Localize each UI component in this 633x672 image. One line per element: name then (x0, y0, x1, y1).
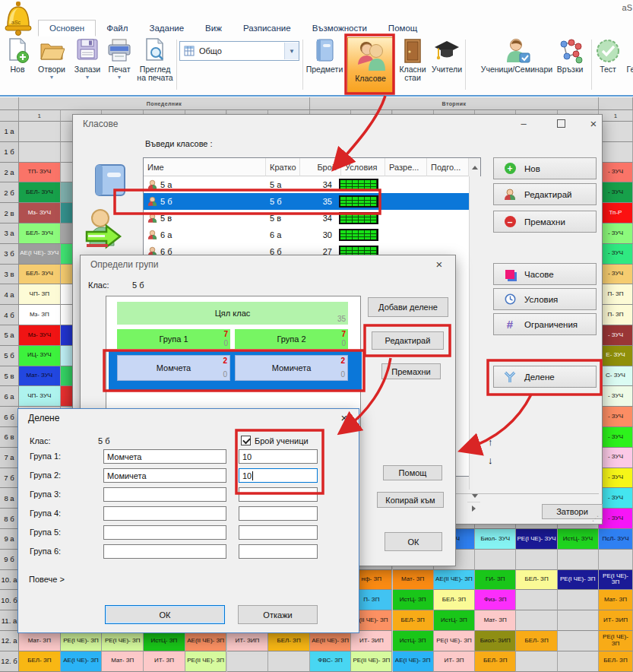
timetable-cell[interactable]: ФВС- ЗП (310, 651, 351, 672)
timetable-cell[interactable] (558, 631, 599, 651)
division-group-name-input-2[interactable]: Момичета (103, 468, 226, 483)
groups-dialog-titlebar[interactable]: Определи групи × (81, 255, 455, 274)
timetable-cell[interactable]: РЕ(I ЧЕ)- ЗП (61, 631, 103, 651)
timetable-cell[interactable]: БЕЛ- ЗП (434, 590, 475, 610)
remove-class-button[interactable]: – Премахни (493, 211, 597, 233)
division-group-count-input-6[interactable] (239, 544, 318, 559)
view-combobox[interactable]: Общо ▼ (179, 41, 299, 61)
timetable-cell[interactable]: РЕ(I ЧЕ)- ЗП (599, 570, 633, 591)
timetable-cell[interactable] (19, 142, 61, 163)
timetable-cell[interactable]: БЕЛ- ЗУЧ (19, 265, 61, 285)
vertical-scrollbar[interactable] (469, 176, 481, 490)
timetable-cell[interactable]: РЕ(I ЧЕ)- ЗП (102, 631, 144, 651)
row-label-6б[interactable]: 6 б (0, 407, 19, 427)
close-icon[interactable]: × (581, 115, 606, 132)
timetable-cell[interactable]: ТП- ЗУЧ (19, 163, 61, 183)
timetable-cell[interactable] (268, 651, 310, 672)
timetable-cell[interactable]: - ЗУЧ (599, 427, 633, 448)
timetable-cell[interactable]: - ЗУЧ (599, 407, 633, 427)
timetable-cell[interactable]: ИстЦ- ЗП (393, 590, 434, 610)
timetable-cell[interactable] (19, 122, 61, 142)
row-label-4а[interactable]: 4 а (0, 284, 19, 305)
timetable-cell[interactable]: БЕЛ- ЗУЧ (19, 223, 61, 244)
whole-class-bar[interactable]: Цял клас 35 (117, 302, 348, 325)
timetable-cell[interactable]: Мат- ЗП (599, 590, 633, 610)
row-label-4б[interactable]: 4 б (0, 305, 19, 325)
timetable-cell[interactable]: БЕЛ- ЗУЧ (19, 182, 61, 203)
row-label-12б[interactable]: 12. б (0, 651, 19, 672)
timetable-cell[interactable]: - ЗУЧ (599, 509, 633, 529)
timetable-cell[interactable]: АЕ(I ЧЕ)- ЗП (393, 651, 434, 672)
timetable-cell[interactable]: ИТ- ЗП (144, 651, 185, 672)
row-label-7а[interactable]: 7 а (0, 448, 19, 468)
timetable-cell[interactable]: РЕ(II ЧЕ)- ЗП (351, 651, 392, 672)
row-label-3в[interactable]: 3 в (0, 265, 19, 285)
timetable-cell[interactable]: - ЗУЧ (599, 448, 633, 468)
scroll-up-icon[interactable] (469, 158, 480, 176)
groups-ok-button[interactable]: ОК (385, 532, 442, 551)
timetable-cell[interactable]: Мз- ЗП (19, 305, 61, 325)
teachers-button[interactable]: Учители (430, 38, 464, 74)
links-button[interactable]: Връзки (552, 38, 588, 74)
timetable-cell[interactable] (558, 651, 599, 672)
timetable-cell[interactable] (558, 610, 599, 631)
subjects-button[interactable]: Предмети (304, 38, 345, 74)
edit-class-button[interactable]: Редактирай (493, 183, 597, 205)
timetable-cell[interactable]: БЕЛ- ЗП (19, 651, 61, 672)
conditions-button[interactable]: Условия (493, 288, 597, 310)
row-label-5б[interactable]: 5 б (0, 346, 19, 366)
help-button[interactable]: Помощ (383, 465, 442, 480)
timetable-cell[interactable] (558, 550, 599, 570)
timetable-cell[interactable]: ИстЦ- ЗП (393, 631, 434, 651)
division-group-name-input-4[interactable] (103, 506, 226, 521)
timetable-cell[interactable]: БЕЛ- ЗП (516, 631, 557, 651)
timetable-cell[interactable] (516, 550, 557, 570)
division-cancel-button[interactable]: Откажи (238, 605, 318, 624)
row-label-9а[interactable]: 9 а (0, 529, 19, 550)
column-header-allowed[interactable]: Разре... (385, 158, 427, 176)
timetable-cell[interactable]: ИстЦ- ЗУЧ (558, 529, 599, 550)
timetable-cell[interactable]: ИЦ- ЗУЧ (19, 346, 61, 366)
timetable-cell[interactable] (516, 590, 557, 610)
edit-division-button[interactable]: Редактирай (372, 331, 444, 350)
division-group-count-input-2[interactable]: 10 (239, 468, 318, 483)
open-button[interactable]: Отвори ▼ (33, 38, 70, 80)
timetable-cell[interactable]: АЕ(II ЧЕ)- ЗП (185, 631, 227, 651)
column-header-name[interactable]: Име (144, 158, 266, 176)
timetable-cell[interactable]: Мат- ЗУЧ (19, 366, 61, 387)
row-label-2б[interactable]: 2 б (0, 182, 19, 203)
timetable-cell[interactable] (599, 550, 633, 570)
timetable-cell[interactable]: БЕЛ- ЗП (599, 651, 633, 672)
timetable-cell[interactable]: - ЗУЧ (599, 325, 633, 346)
row-label-1а[interactable]: 1 а (0, 122, 19, 142)
save-dropdown-caret[interactable]: ▼ (71, 74, 103, 80)
row-label-5а[interactable]: 5 а (0, 325, 19, 346)
timetable-cell[interactable]: Мз- ЗУЧ (19, 203, 61, 223)
division-group-count-input-1[interactable]: 10 (239, 449, 318, 464)
timetable-cell[interactable]: ИТ- ЗИП (227, 631, 269, 651)
classrooms-button[interactable]: Класни стаи (395, 38, 430, 82)
division-button[interactable]: Делене (493, 366, 597, 388)
class-row-5б[interactable]: 5 б5 б35 (144, 193, 469, 210)
timetable-cell[interactable]: БЕЛ- ЗП (475, 651, 516, 672)
close-icon[interactable]: × (426, 255, 452, 272)
girls-bar[interactable]: Момичета 2 0 (235, 355, 348, 381)
maximize-icon[interactable] (548, 115, 574, 132)
column-header-count[interactable]: Брой (300, 158, 341, 176)
column-header-prep[interactable]: Подго... (427, 158, 469, 176)
lessons-button[interactable]: Часове (493, 263, 597, 285)
timetable-cell[interactable]: ГИ- ЗП (475, 570, 516, 591)
row-label-10а[interactable]: 10. а (0, 570, 19, 591)
row-label-12а[interactable]: 12. а (0, 631, 19, 651)
new-class-button[interactable]: + Нов (493, 157, 597, 179)
timetable-cell[interactable]: С- ЗУЧ (599, 366, 633, 387)
classes-dialog-titlebar[interactable]: Класове – × (73, 115, 602, 133)
app-logo-bell-icon[interactable]: aSc (3, 1, 33, 36)
combobox-caret[interactable]: ▼ (284, 43, 299, 59)
timetable-cell[interactable]: ЧП- ЗП (19, 284, 61, 305)
timetable-cell[interactable]: АЕ(II ЧЕ)- ЗП (434, 570, 475, 591)
timetable-cell[interactable] (475, 550, 516, 570)
timetable-cell[interactable]: - ЗУЧ (599, 265, 633, 285)
timetable-cell[interactable]: ЧП- ЗУЧ (19, 386, 61, 407)
timetable-cell[interactable]: - ЗУЧ (599, 386, 633, 407)
